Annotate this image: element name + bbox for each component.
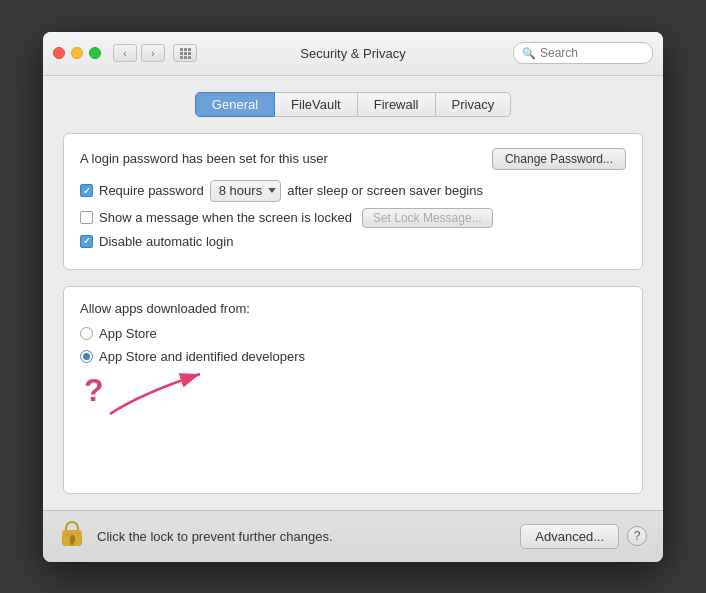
download-section: Allow apps downloaded from: App Store Ap…: [63, 286, 643, 494]
radio-app-store-dev[interactable]: [80, 350, 93, 363]
hours-value: 8 hours: [219, 183, 262, 198]
minimize-button[interactable]: [71, 47, 83, 59]
traffic-lights: [53, 47, 101, 59]
maximize-button[interactable]: [89, 47, 101, 59]
main-window: ‹ › Security & Privacy 🔍 General FileVau…: [43, 32, 663, 562]
help-button[interactable]: ?: [627, 526, 647, 546]
require-password-checkbox[interactable]: [80, 184, 93, 197]
grid-button[interactable]: [173, 44, 197, 62]
lock-body: [62, 530, 82, 546]
login-password-row: A login password has been set for this u…: [80, 148, 626, 170]
require-password-row: Require password 8 hours after sleep or …: [80, 180, 626, 202]
annotation-area: ?: [80, 372, 626, 432]
radio-app-store-dev-row: App Store and identified developers: [80, 349, 626, 364]
grid-icon: [180, 48, 191, 59]
login-password-text: A login password has been set for this u…: [80, 151, 328, 166]
tab-filevault[interactable]: FileVault: [275, 92, 358, 117]
footer: Click the lock to prevent further change…: [43, 510, 663, 562]
login-section: A login password has been set for this u…: [63, 133, 643, 270]
disable-autologin-label: Disable automatic login: [99, 234, 233, 249]
change-password-button[interactable]: Change Password...: [492, 148, 626, 170]
radio-app-store-label: App Store: [99, 326, 157, 341]
arrow-annotation: [100, 364, 230, 419]
tab-firewall[interactable]: Firewall: [358, 92, 436, 117]
footer-right: Advanced... ?: [520, 524, 647, 549]
content-area: General FileVault Firewall Privacy A log…: [43, 76, 663, 510]
require-password-label: Require password: [99, 183, 204, 198]
search-box[interactable]: 🔍: [513, 42, 653, 64]
footer-lock-text: Click the lock to prevent further change…: [97, 529, 333, 544]
lock-keyhole: [70, 535, 75, 542]
nav-buttons: ‹ ›: [113, 44, 197, 62]
search-icon: 🔍: [522, 47, 536, 60]
dropdown-arrow-icon: [268, 188, 276, 193]
back-button[interactable]: ‹: [113, 44, 137, 62]
after-sleep-text: after sleep or screen saver begins: [287, 183, 483, 198]
radio-app-store-dev-label: App Store and identified developers: [99, 349, 305, 364]
close-button[interactable]: [53, 47, 65, 59]
advanced-button[interactable]: Advanced...: [520, 524, 619, 549]
window-title: Security & Privacy: [300, 46, 405, 61]
lock-shackle: [65, 521, 79, 530]
disable-autologin-row: Disable automatic login: [80, 234, 626, 249]
forward-button[interactable]: ›: [141, 44, 165, 62]
titlebar: ‹ › Security & Privacy 🔍: [43, 32, 663, 76]
tab-privacy[interactable]: Privacy: [436, 92, 512, 117]
hours-dropdown[interactable]: 8 hours: [210, 180, 281, 202]
show-message-label: Show a message when the screen is locked: [99, 210, 352, 225]
radio-app-store-row: App Store: [80, 326, 626, 341]
radio-app-store[interactable]: [80, 327, 93, 340]
search-input[interactable]: [540, 46, 644, 60]
disable-autologin-checkbox[interactable]: [80, 235, 93, 248]
show-message-checkbox[interactable]: [80, 211, 93, 224]
tab-bar: General FileVault Firewall Privacy: [63, 92, 643, 117]
show-message-row: Show a message when the screen is locked…: [80, 208, 626, 228]
set-lock-message-button[interactable]: Set Lock Message...: [362, 208, 493, 228]
allow-apps-label: Allow apps downloaded from:: [80, 301, 626, 316]
lock-icon[interactable]: [59, 521, 85, 551]
tab-general[interactable]: General: [195, 92, 275, 117]
